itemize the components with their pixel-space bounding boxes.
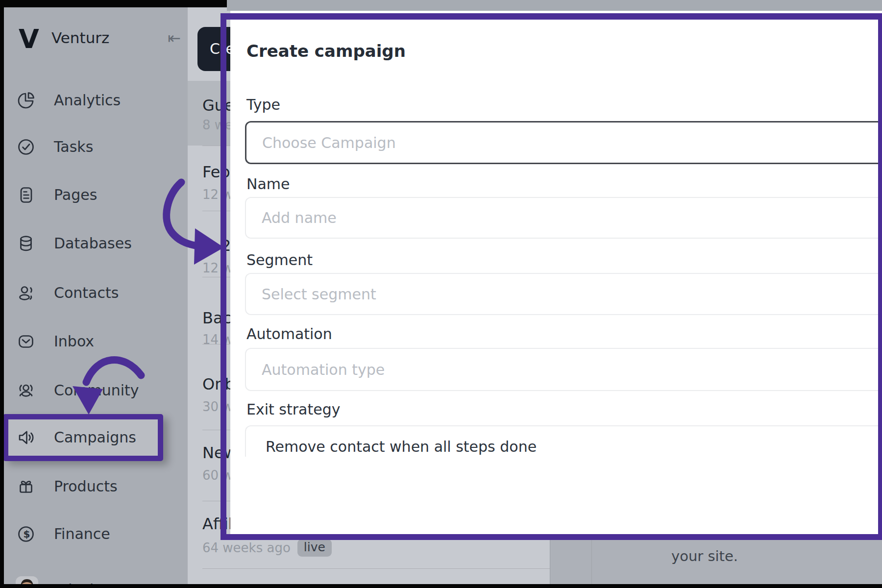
campaign-row-meta-text: 64 weeks ago [202,540,291,555]
row-divider [202,568,550,569]
sidebar-item-campaigns[interactable]: Campaigns [4,423,188,452]
automation-type-input[interactable] [245,348,878,391]
sidebar-item-products[interactable]: Products [4,472,188,501]
segment-field-label: Segment [246,251,313,269]
exit-strategy-field-label: Exit strategy [246,401,340,418]
sidebar-item-analytics[interactable]: Analytics [4,86,188,115]
gift-icon [16,477,36,496]
name-input[interactable] [245,197,878,239]
sidebar-item-label: Databases [54,229,132,258]
live-status-badge: live [297,539,332,557]
envelope-icon [16,332,36,351]
logo-row: V Venturz ⇤ [4,22,188,56]
frame-border [0,0,227,7]
campaign-row-meta: 64 weeks ago live [202,539,332,557]
type-field-label: Type [246,96,280,113]
frame-border [0,0,4,588]
modal-title: Create campaign [246,41,406,61]
sidebar-item-label: Contacts [54,278,119,308]
campaign-row-title[interactable]: 2 [221,236,231,255]
venturz-logo-icon: V [19,23,39,55]
sidebar-item-pages[interactable]: Pages [4,180,188,210]
sidebar-item-tasks[interactable]: Tasks [4,132,188,162]
exit-strategy-value: Remove contact when all steps done [266,438,537,455]
sidebar-item-inbox[interactable]: Inbox [4,327,188,356]
sidebar-item-label: Analytics [54,86,121,115]
top-margin-strip [227,0,882,11]
sidebar-item-community[interactable]: Community [4,376,188,405]
sidebar-item-label: Finance [54,519,110,549]
brand-name: Venturz [51,29,109,47]
sidebar-item-label: Products [54,472,118,501]
database-icon [16,234,36,253]
sidebar-item-label: Tasks [54,132,93,162]
app-window: V Venturz ⇤ Analytics Tasks Pages [0,0,882,588]
detail-partial-text: your site. [671,548,738,564]
segment-select-input[interactable] [245,273,878,315]
automation-field-label: Automation [246,325,332,343]
people-group-icon [16,381,36,400]
document-icon [16,185,36,205]
type-select-input[interactable] [245,121,878,164]
frame-border [0,584,882,588]
dollar-circle-icon: $ [16,524,36,544]
svg-text:$: $ [24,528,30,540]
collapse-sidebar-icon[interactable]: ⇤ [168,29,181,48]
exit-strategy-select[interactable]: Remove contact when all steps done [245,425,878,457]
name-field-label: Name [246,175,290,193]
sidebar-item-label: Community [54,376,139,405]
pie-chart-icon [16,91,36,110]
sidebar-item-contacts[interactable]: Contacts [4,278,188,308]
sidebar-item-finance[interactable]: $ Finance [4,519,188,549]
contact-icon [16,283,36,303]
sidebar: V Venturz ⇤ Analytics Tasks Pages [4,7,188,584]
megaphone-icon [16,428,36,447]
sidebar-item-label: Pages [54,180,97,210]
sidebar-item-label: Inbox [54,327,94,356]
check-circle-icon [16,137,36,157]
create-campaign-modal-content: Create campaign Type Name Segment Automa… [230,11,878,534]
sidebar-item-label: Campaigns [54,423,136,452]
sidebar-item-databases[interactable]: Databases [4,229,188,258]
